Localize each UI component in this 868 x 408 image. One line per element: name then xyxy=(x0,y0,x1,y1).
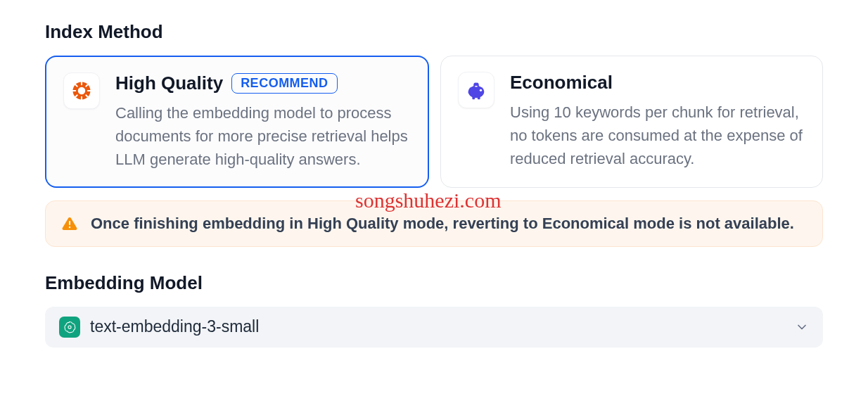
svg-point-2 xyxy=(468,86,485,98)
option-name: High Quality xyxy=(115,72,223,94)
index-method-options: High Quality RECOMMEND Calling the embed… xyxy=(45,56,823,188)
option-description: Calling the embedding model to process d… xyxy=(115,101,411,171)
svg-point-6 xyxy=(480,89,482,91)
option-name: Economical xyxy=(510,72,613,94)
option-economical[interactable]: Economical Using 10 keywords per chunk f… xyxy=(440,56,823,188)
svg-point-1 xyxy=(78,87,86,95)
recommend-badge: RECOMMEND xyxy=(231,73,338,94)
warning-icon xyxy=(61,215,78,232)
option-description: Using 10 keywords per chunk for retrieva… xyxy=(510,101,805,170)
model-name: text-embedding-3-small xyxy=(90,317,785,336)
svg-point-9 xyxy=(68,326,71,329)
option-content: High Quality RECOMMEND Calling the embed… xyxy=(115,72,411,171)
index-method-title: Index Method xyxy=(45,21,823,43)
economical-icon xyxy=(458,72,494,108)
option-high-quality[interactable]: High Quality RECOMMEND Calling the embed… xyxy=(45,56,429,188)
option-content: Economical Using 10 keywords per chunk f… xyxy=(510,72,805,172)
svg-rect-4 xyxy=(472,96,475,99)
openai-icon xyxy=(59,317,80,338)
chevron-down-icon xyxy=(795,320,809,334)
svg-point-8 xyxy=(69,227,70,228)
svg-rect-7 xyxy=(475,86,478,87)
embedding-model-title: Embedding Model xyxy=(45,272,823,294)
high-quality-icon xyxy=(63,72,100,109)
warning-text: Once finishing embedding in High Quality… xyxy=(91,212,794,235)
warning-banner: Once finishing embedding in High Quality… xyxy=(45,200,823,247)
svg-rect-5 xyxy=(478,96,480,99)
embedding-model-select[interactable]: text-embedding-3-small xyxy=(45,307,823,348)
option-header: Economical xyxy=(510,72,805,94)
option-header: High Quality RECOMMEND xyxy=(115,72,411,94)
svg-rect-3 xyxy=(468,91,471,94)
